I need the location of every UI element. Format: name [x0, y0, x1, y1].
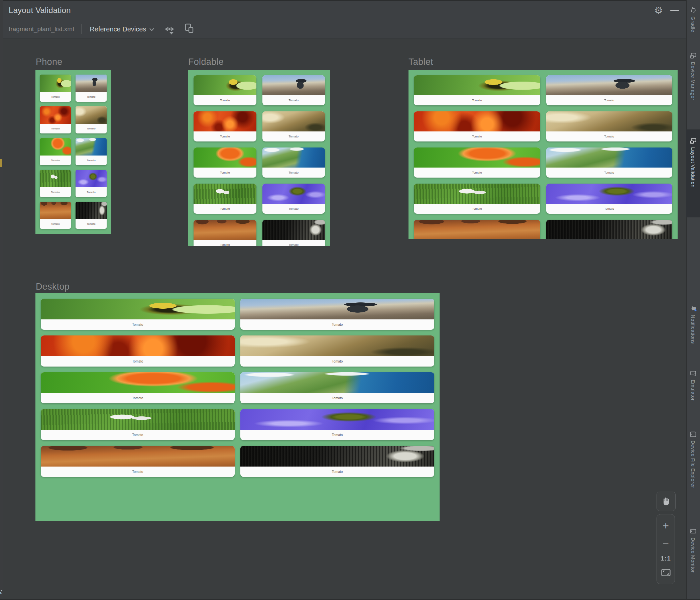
sidebar-tab-label: Notifications	[690, 315, 696, 344]
desert-mesa-image	[41, 446, 235, 466]
current-file-label: fragment_plant_list.xml	[9, 25, 74, 33]
plant-name-label: Tomato	[414, 204, 540, 214]
orange-maple-image	[414, 147, 540, 168]
caterpillar-leaf-image	[414, 75, 540, 95]
droplet-branch-image	[240, 335, 434, 356]
preview-panel-desktop[interactable]: TomatoTomatoTomatoTomatoTomatoTomatoToma…	[35, 293, 440, 521]
device-label-foldable: Foldable	[188, 57, 224, 67]
caterpillar-leaf-image	[40, 75, 71, 92]
sidebar-tab-label: Device Monitor	[690, 537, 696, 573]
purple-river-image	[240, 409, 434, 430]
plant-name-label: Tomato	[546, 95, 673, 105]
plant-card: Tomato	[546, 220, 673, 239]
sidebar-tab-emulator[interactable]: Emulator	[686, 370, 700, 401]
preview-panel-foldable[interactable]: TomatoTomatoTomatoTomatoTomatoTomatoToma…	[188, 70, 330, 246]
dark-forest-image	[546, 220, 673, 239]
preview-panel-tablet[interactable]: TomatoTomatoTomatoTomatoTomatoTomatoToma…	[408, 70, 678, 239]
city-telescope-image	[240, 299, 434, 319]
city-telescope-image	[76, 75, 107, 92]
plant-card: Tomato	[194, 147, 256, 177]
sidebar-tab-device-monitor[interactable]: Device Monitor	[686, 528, 700, 573]
purple-river-image	[546, 184, 673, 204]
editor-edge-text: a	[0, 588, 2, 596]
plant-name-label: Tomato	[41, 393, 235, 403]
layout-validation-toolbar: fragment_plant_list.xml Reference Device…	[3, 20, 686, 39]
fit-to-screen-button[interactable]	[661, 568, 671, 578]
plant-name-label: Tomato	[76, 155, 107, 165]
sidebar-tab-device-file-explorer[interactable]: Device File Explorer	[686, 431, 700, 488]
window-bottom-edge	[0, 599, 700, 600]
plant-name-label: Tomato	[194, 240, 256, 246]
plant-card: Tomato	[414, 111, 540, 142]
plant-card: Tomato	[262, 111, 325, 142]
plant-card: Tomato	[194, 75, 256, 105]
coastline-image	[262, 147, 325, 168]
minimize-icon[interactable]	[670, 10, 679, 11]
plant-name-label: Tomato	[40, 187, 71, 197]
device-label-phone: Phone	[36, 57, 62, 67]
plant-name-label: Tomato	[240, 466, 434, 477]
plant-card: Tomato	[546, 184, 673, 214]
farm-aerial-image	[194, 184, 256, 204]
zoom-in-button[interactable]: +	[662, 521, 669, 531]
droplet-branch-image	[546, 111, 673, 131]
gradle-elephant-icon	[690, 7, 697, 14]
editor-edge-sliver	[0, 0, 3, 600]
purple-river-image	[262, 184, 325, 204]
plant-name-label: Tomato	[240, 319, 434, 330]
sidebar-tab-device-manager[interactable]: Device Manager	[686, 52, 700, 100]
plant-card: Tomato	[262, 184, 325, 214]
zoom-out-button[interactable]: −	[662, 538, 669, 549]
farm-aerial-image	[40, 170, 71, 187]
plant-card: Tomato	[40, 75, 71, 102]
zoom-controls: + − 1:1	[656, 514, 675, 584]
preview-panel-phone[interactable]: TomatoTomatoTomatoTomatoTomatoTomatoToma…	[35, 70, 111, 234]
plant-name-label: Tomato	[76, 187, 107, 197]
coastline-image	[546, 147, 673, 168]
reference-devices-label: Reference Devices	[90, 25, 146, 33]
plant-card: Tomato	[194, 184, 256, 214]
device-manager-icon	[690, 52, 697, 59]
chevron-down-icon	[149, 28, 154, 31]
plant-name-label: Tomato	[414, 131, 540, 142]
device-label-tablet: Tablet	[408, 57, 433, 67]
page-title: Layout Validation	[9, 6, 71, 15]
copy-configuration-button[interactable]	[183, 23, 195, 35]
dark-forest-image	[262, 220, 325, 240]
sidebar-tab-layout-validation[interactable]: Layout Validation	[686, 129, 700, 217]
pan-button[interactable]	[656, 491, 676, 511]
plant-name-label: Tomato	[41, 430, 235, 440]
plant-card: Tomato	[41, 372, 235, 403]
sidebar-tab-notifications[interactable]: Notifications	[686, 305, 700, 344]
plant-card: Tomato	[240, 372, 434, 403]
actual-size-button[interactable]: 1:1	[660, 555, 671, 561]
sidebar-tab-label: Device Manager	[690, 62, 696, 100]
gear-icon[interactable]: ⚙	[654, 6, 663, 16]
orange-maple-image	[41, 372, 235, 393]
desert-mesa-image	[194, 220, 256, 240]
plant-name-label: Tomato	[41, 319, 235, 330]
reference-devices-dropdown[interactable]: Reference Devices	[90, 25, 154, 33]
device-monitor-icon	[690, 528, 697, 535]
eye-icon	[164, 25, 175, 33]
plant-card: Tomato	[262, 147, 325, 177]
visibility-options-button[interactable]	[164, 25, 175, 33]
plant-card: Tomato	[262, 75, 325, 105]
plant-name-label: Tomato	[194, 204, 256, 214]
plant-card: Tomato	[414, 184, 540, 214]
toolbar-separator	[81, 24, 81, 34]
orange-maple-image	[194, 147, 256, 168]
red-maple-image	[414, 111, 540, 131]
sidebar-tab-gradle[interactable]: Gradle	[686, 7, 700, 32]
plant-name-label: Tomato	[41, 356, 235, 366]
plant-card: Tomato	[76, 202, 107, 229]
plant-name-label: Tomato	[194, 95, 256, 105]
sidebar-tab-label: Layout Validation	[690, 147, 696, 188]
red-maple-image	[40, 106, 71, 124]
caterpillar-leaf-image	[41, 299, 235, 319]
fit-to-screen-icon	[661, 568, 671, 577]
plant-card: Tomato	[76, 170, 107, 197]
plant-name-label: Tomato	[262, 204, 325, 214]
plant-name-label: Tomato	[76, 124, 107, 134]
plant-name-label: Tomato	[194, 131, 256, 142]
